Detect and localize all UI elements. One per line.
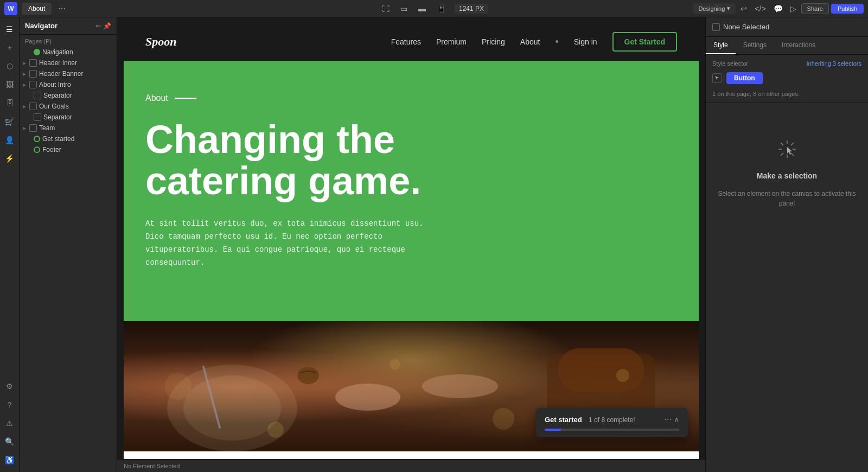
canvas-bottom-bar: No Element Selected: [117, 459, 705, 472]
nav-item-footer[interactable]: Footer: [20, 144, 117, 155]
get-started-toast: Get started 1 of 8 complete! ⋯ ∧: [536, 408, 688, 437]
box-icon: [34, 113, 41, 121]
assets-icon[interactable]: 🖼: [2, 77, 17, 92]
toast-progress-fill: [545, 429, 561, 431]
search-icon[interactable]: 🔍: [2, 434, 17, 449]
px-display: 1241 PX: [455, 4, 488, 14]
nav-item-header-inner[interactable]: ▶ Header Inner: [20, 58, 117, 68]
style-selector-value[interactable]: Inheriting 3 selectors: [807, 60, 862, 67]
svg-line-17: [781, 143, 783, 145]
about-line: [175, 98, 196, 99]
svg-point-11: [335, 384, 400, 411]
warning-icon[interactable]: ⚠: [2, 416, 17, 431]
tablet-icon[interactable]: ▭: [398, 3, 410, 14]
code-button[interactable]: </>: [752, 3, 768, 15]
toast-title: Get started: [545, 416, 582, 424]
about-label: About: [145, 93, 677, 103]
nav-tree: Navigation ▶ Header Inner ▶ Header Banne…: [20, 47, 117, 472]
nav-dot: •: [555, 36, 558, 48]
preview-button[interactable]: ▷: [788, 3, 799, 15]
canvas-area: Spoon Features Premium Pricing About • S…: [117, 17, 705, 472]
svg-point-7: [390, 359, 400, 370]
settings-icon[interactable]: ⚙: [2, 379, 17, 394]
horizontal-icon[interactable]: ▬: [416, 3, 428, 14]
svg-point-1: [183, 375, 281, 441]
navigator-icon[interactable]: ☰: [2, 22, 17, 37]
style-selector-label: Style selector: [712, 60, 748, 67]
logic-icon[interactable]: ⚡: [2, 151, 17, 166]
svg-line-20: [781, 153, 783, 156]
box-icon: [29, 103, 37, 110]
users-icon[interactable]: 👤: [2, 132, 17, 148]
undo-button[interactable]: ↩: [738, 3, 750, 15]
components-icon[interactable]: ⬡: [2, 59, 17, 74]
fullscreen-icon[interactable]: ⛶: [380, 3, 392, 14]
nav-link-features[interactable]: Features: [391, 37, 421, 46]
none-selected: None Selected: [712, 23, 769, 31]
nav-item-our-goals[interactable]: ▶ Our Goals: [20, 101, 117, 112]
add-icon[interactable]: ＋: [2, 40, 17, 55]
svg-line-19: [791, 143, 794, 145]
style-selector-row: Style selector Inheriting 3 selectors: [706, 55, 868, 72]
comment-button[interactable]: 💬: [771, 3, 786, 15]
svg-point-3: [297, 367, 319, 384]
share-button[interactable]: Share: [801, 3, 829, 14]
nav-link-pricing[interactable]: Pricing: [482, 37, 505, 46]
hero-section: About Changing the catering game. At sin…: [124, 61, 699, 321]
navigator-collapse-icon[interactable]: ⇐: [95, 22, 101, 30]
svg-point-12: [422, 374, 498, 398]
nav-item-navigation[interactable]: Navigation: [20, 47, 117, 58]
designing-button[interactable]: Designing ▾: [693, 3, 736, 14]
hero-description: At sint tollit veritus duo, ex tota inim…: [145, 218, 427, 269]
tab-interactions[interactable]: Interactions: [774, 37, 823, 54]
main-area: ☰ ＋ ⬡ 🖼 🗄 🛒 👤 ⚡ ⚙ ? ⚠ 🔍 ♿ Navigator ⇐ 📌 …: [0, 17, 868, 472]
toast-title-area: Get started 1 of 8 complete!: [545, 414, 635, 424]
cms-icon[interactable]: 🗄: [2, 95, 17, 111]
page-frame: Spoon Features Premium Pricing About • S…: [124, 23, 699, 459]
toast-close-icon[interactable]: ∧: [674, 415, 679, 424]
svg-point-9: [164, 373, 192, 400]
nav-item-header-banner[interactable]: ▶ Header Banner: [20, 68, 117, 79]
accessibility-icon[interactable]: ♿: [2, 452, 17, 468]
navigator-header: Navigator ⇐ 📌: [20, 17, 117, 35]
svg-rect-5: [558, 348, 644, 392]
nav-signin[interactable]: Sign in: [574, 37, 597, 46]
toast-more-icon[interactable]: ⋯: [664, 415, 672, 424]
phone-icon[interactable]: 📱: [435, 3, 448, 14]
topbar: W About ⋯ ⛶ ▭ ▬ 📱 1241 PX Designing ▾ ↩ …: [0, 0, 868, 17]
navigator-title: Navigator: [25, 22, 58, 30]
svg-line-18: [791, 153, 794, 156]
w-logo[interactable]: W: [4, 2, 17, 15]
box-icon: [29, 70, 37, 78]
make-selection-title: Make a selection: [757, 171, 817, 180]
left-toolbar: ☰ ＋ ⬡ 🖼 🗄 🛒 👤 ⚡ ⚙ ? ⚠ 🔍 ♿: [0, 17, 20, 472]
nav-item-team[interactable]: ▶ Team: [20, 123, 117, 133]
active-tab[interactable]: About: [22, 3, 52, 15]
nav-link-about[interactable]: About: [520, 37, 540, 46]
nav-link-premium[interactable]: Premium: [436, 37, 467, 46]
nav-item-get-started[interactable]: Get started: [20, 133, 117, 144]
navigator-panel: Navigator ⇐ 📌 Pages (P) Navigation ▶ Hea…: [20, 17, 117, 472]
svg-point-6: [267, 422, 284, 438]
site-navigation: Spoon Features Premium Pricing About • S…: [124, 23, 699, 61]
tab-style[interactable]: Style: [706, 37, 736, 54]
publish-button[interactable]: Publish: [831, 4, 864, 14]
nav-cta-button[interactable]: Get Started: [612, 32, 677, 52]
more-options-icon[interactable]: ⋯: [56, 3, 68, 14]
help-icon[interactable]: ?: [2, 397, 17, 412]
ecommerce-icon[interactable]: 🛒: [2, 114, 17, 129]
toast-controls: ⋯ ∧: [664, 415, 679, 424]
nav-item-separator-2[interactable]: Separator: [20, 112, 117, 123]
selector-icon: [712, 73, 722, 83]
tab-settings[interactable]: Settings: [736, 37, 774, 54]
hero-title: Changing the catering game.: [145, 119, 471, 201]
canvas-inner: Spoon Features Premium Pricing About • S…: [117, 17, 705, 459]
box-icon: [29, 59, 37, 67]
nav-item-about-intro[interactable]: ▶ About Intro: [20, 79, 117, 90]
navigator-pin-icon[interactable]: 📌: [103, 22, 111, 30]
button-selector-tag[interactable]: Button: [726, 72, 763, 84]
make-selection-desc: Select an element on the canvas to activ…: [717, 189, 857, 208]
nav-item-separator-1[interactable]: Separator: [20, 90, 117, 101]
svg-point-10: [616, 369, 629, 382]
checkbox-empty: [712, 23, 720, 31]
